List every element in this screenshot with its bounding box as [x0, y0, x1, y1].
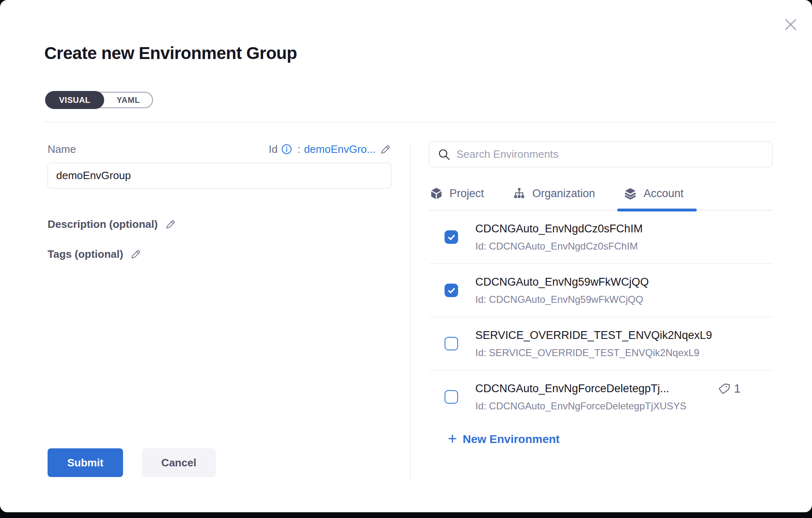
create-environment-group-dialog: Create new Environment Group VISUAL YAML… [0, 0, 812, 512]
environment-id: Id: CDCNGAuto_EnvNgdCz0sFChIM [475, 241, 643, 252]
tags-label: Tags (optional) [48, 248, 123, 261]
layers-icon [624, 187, 637, 200]
environment-name: CDCNGAuto_EnvNgdCz0sFChIM [475, 223, 643, 235]
environment-row[interactable]: SERVICE_OVERRIDE_TEST_ENVQik2NqexL9 Id: … [429, 317, 773, 370]
search-box [429, 141, 773, 167]
name-label: Name [48, 143, 76, 156]
cancel-button[interactable]: Cancel [142, 448, 216, 477]
plus-icon: + [448, 431, 457, 446]
environment-row[interactable]: CDCNGAuto_EnvNgdCz0sFChIM Id: CDCNGAuto_… [429, 211, 773, 264]
environments-panel: Project Organization [429, 141, 773, 446]
tab-account[interactable]: Account [623, 184, 684, 210]
id-value-link[interactable]: demoEnvGro... [304, 143, 376, 156]
environment-row[interactable]: CDCNGAuto_EnvNg59wFkWCjQQ Id: CDCNGAuto_… [429, 264, 773, 317]
toggle-option-visual[interactable]: VISUAL [45, 91, 104, 109]
environment-row[interactable]: CDCNGAuto_EnvNgForceDeletegpTj... Id: CD… [429, 370, 773, 415]
environment-name: CDCNGAuto_EnvNg59wFkWCjQQ [475, 276, 649, 289]
name-input[interactable] [48, 163, 391, 189]
dialog-actions: Submit Cancel [48, 448, 216, 477]
search-environments-input[interactable] [429, 142, 772, 167]
environment-list: CDCNGAuto_EnvNgdCz0sFChIM Id: CDCNGAuto_… [429, 211, 773, 415]
tab-project[interactable]: Project [429, 184, 485, 210]
dialog-title: Create new Environment Group [44, 43, 297, 63]
tab-organization-label: Organization [532, 187, 595, 200]
description-label: Description (optional) [48, 218, 158, 231]
edit-tags-pencil-icon[interactable] [130, 248, 141, 260]
edit-id-pencil-icon[interactable] [379, 143, 391, 155]
toggle-option-yaml[interactable]: YAML [104, 92, 152, 108]
submit-button[interactable]: Submit [48, 448, 123, 477]
environment-name: CDCNGAuto_EnvNgForceDeletegpTj... [475, 382, 687, 395]
tag-icon [718, 383, 730, 395]
environment-checkbox[interactable] [445, 230, 458, 244]
form-section: Name Id : demoEnvGro... [48, 141, 391, 261]
tab-project-label: Project [449, 187, 484, 200]
scope-tabs: Project Organization [429, 184, 773, 211]
environment-id: Id: CDCNGAuto_EnvNgForceDeletegpTjXUSYS [475, 400, 687, 412]
id-group: Id : demoEnvGro... [269, 143, 391, 156]
tag-count: 1 [734, 382, 741, 395]
new-environment-button[interactable]: + New Environment [448, 432, 560, 446]
cube-icon [430, 187, 443, 200]
id-colon: : [297, 143, 300, 156]
tag-count-badge: 1 [718, 382, 741, 395]
environment-name: SERVICE_OVERRIDE_TEST_ENVQik2NqexL9 [475, 329, 712, 342]
environment-checkbox[interactable] [445, 337, 458, 350]
id-label: Id [269, 143, 278, 156]
visual-yaml-toggle: VISUAL YAML [45, 92, 153, 108]
new-environment-label: New Environment [463, 433, 559, 446]
tab-organization[interactable]: Organization [512, 184, 596, 210]
header-divider [43, 122, 777, 122]
tab-account-label: Account [643, 187, 684, 200]
edit-description-pencil-icon[interactable] [164, 218, 176, 230]
environment-checkbox[interactable] [445, 284, 458, 297]
environment-id: Id: SERVICE_OVERRIDE_TEST_ENVQik2NqexL9 [475, 347, 712, 359]
environment-id: Id: CDCNGAuto_EnvNg59wFkWCjQQ [475, 294, 649, 305]
panel-divider [410, 141, 411, 482]
sitemap-icon [513, 187, 526, 200]
info-icon[interactable] [281, 144, 292, 154]
close-icon[interactable] [782, 16, 800, 34]
search-icon [438, 148, 451, 161]
environment-checkbox[interactable] [445, 390, 458, 404]
